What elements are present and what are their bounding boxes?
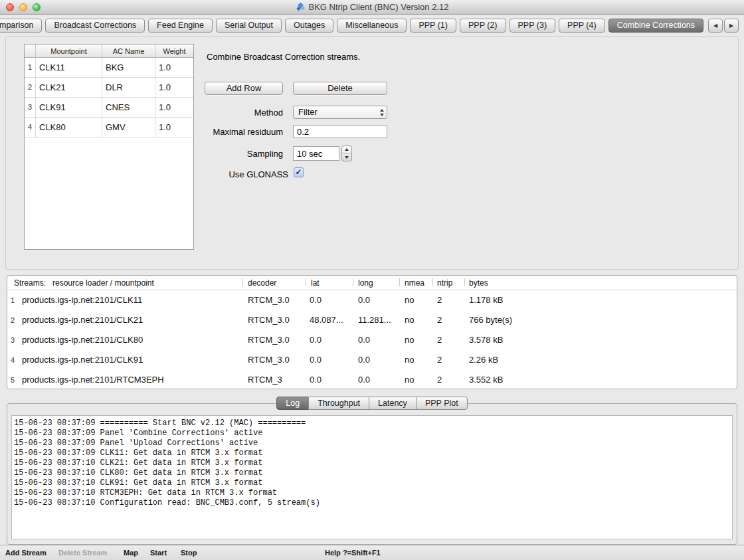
- cell-mountpoint[interactable]: CLK21: [36, 78, 102, 98]
- header-bytes[interactable]: bytes: [469, 278, 488, 288]
- header-decoder[interactable]: decoder: [248, 278, 276, 288]
- tab-scroll-right-icon[interactable]: ▶: [724, 19, 739, 33]
- stream-row[interactable]: 2 products.igs-ip.net:2101/CLK21 RTCM_3.…: [7, 310, 737, 330]
- sampling-stepper[interactable]: [341, 145, 352, 161]
- stream-mountpoint[interactable]: products.igs-ip.net:2101/RTCM3EPH: [22, 370, 164, 389]
- cell-mountpoint[interactable]: CLK80: [36, 118, 102, 138]
- tab-combine-corrections[interactable]: Combine Corrections: [608, 19, 703, 33]
- stream-row[interactable]: 4 products.igs-ip.net:2101/CLK91 RTCM_3.…: [7, 350, 737, 370]
- stream-decoder[interactable]: RTCM_3.0: [248, 310, 290, 330]
- corrections-table[interactable]: Mountpoint AC Name Weight 1 CLK11 BKG 1.…: [24, 44, 194, 250]
- cell-ac-name[interactable]: DLR: [102, 78, 155, 98]
- cell-ac-name[interactable]: CNES: [102, 98, 155, 118]
- stream-ntrip[interactable]: 2: [437, 370, 442, 389]
- tab-comparison[interactable]: mparison: [0, 19, 42, 33]
- cell-mountpoint[interactable]: CLK91: [36, 98, 102, 118]
- stream-decoder[interactable]: RTCM_3.0: [248, 290, 290, 310]
- stream-lat[interactable]: 48.087...: [310, 310, 343, 330]
- spin-up-icon[interactable]: [342, 146, 351, 153]
- start-button[interactable]: Start: [150, 549, 167, 557]
- header-streams-mountpoint[interactable]: Streams: resource loader / mountpoint: [14, 278, 154, 288]
- cell-weight[interactable]: 1.0: [155, 78, 193, 98]
- sampling-input[interactable]: [293, 146, 339, 161]
- stream-row[interactable]: 5 products.igs-ip.net:2101/RTCM3EPH RTCM…: [7, 370, 737, 389]
- cell-ac-name[interactable]: BKG: [102, 58, 155, 78]
- header-divider: [306, 278, 306, 286]
- stream-nmea[interactable]: no: [405, 350, 414, 370]
- stream-lat[interactable]: 0.0: [310, 370, 322, 389]
- header-long[interactable]: long: [358, 278, 373, 288]
- log-line: 15-06-23 08:37:09 Panel 'Combine Correct…: [14, 428, 730, 438]
- add-stream-button[interactable]: Add Stream: [5, 549, 46, 557]
- panel-description: Combine Broadcast Correction streams.: [207, 52, 360, 62]
- stream-lat[interactable]: 0.0: [310, 350, 322, 370]
- close-button[interactable]: [6, 3, 14, 11]
- stream-mountpoint[interactable]: products.igs-ip.net:2101/CLK11: [22, 290, 142, 310]
- stream-nmea[interactable]: no: [405, 290, 414, 310]
- tab-throughput[interactable]: Throughput: [308, 397, 369, 410]
- minimize-button[interactable]: [19, 3, 27, 11]
- zoom-button[interactable]: [33, 3, 41, 11]
- stream-long[interactable]: 11.281...: [358, 310, 391, 330]
- header-divider: [464, 278, 465, 286]
- stream-decoder[interactable]: RTCM_3.0: [248, 330, 290, 350]
- header-nmea[interactable]: nmea: [405, 278, 424, 288]
- tab-scroll-left-icon[interactable]: ◀: [708, 19, 723, 33]
- tab-latency[interactable]: Latency: [369, 397, 417, 410]
- map-button[interactable]: Map: [124, 549, 138, 557]
- header-ntrip[interactable]: ntrip: [437, 278, 452, 288]
- stream-long[interactable]: 0.0: [358, 350, 370, 370]
- streams-table[interactable]: Streams: resource loader / mountpoint de…: [7, 275, 737, 389]
- method-select[interactable]: Filter: [293, 106, 387, 119]
- stream-long[interactable]: 0.0: [358, 290, 370, 310]
- tab-broadcast-corrections[interactable]: Broadcast Corrections: [45, 19, 145, 33]
- stream-ntrip[interactable]: 2: [437, 350, 442, 370]
- maximal-residuum-input[interactable]: [293, 125, 387, 138]
- tab-miscellaneous[interactable]: Miscellaneous: [337, 19, 407, 33]
- stream-lat[interactable]: 0.0: [310, 290, 322, 310]
- method-label: Method: [173, 108, 283, 118]
- col-header-weight[interactable]: Weight: [155, 45, 193, 58]
- app-icon: [296, 2, 306, 12]
- delete-button[interactable]: Delete: [293, 82, 387, 95]
- tab-ppp-2[interactable]: PPP (2): [460, 19, 506, 33]
- tab-serial-output[interactable]: Serial Output: [216, 19, 282, 33]
- col-header-ac-name[interactable]: AC Name: [102, 45, 155, 58]
- tab-ppp-4[interactable]: PPP (4): [559, 19, 605, 33]
- cell-weight[interactable]: 1.0: [155, 58, 193, 78]
- stream-nmea[interactable]: no: [405, 310, 414, 330]
- stream-long[interactable]: 0.0: [358, 370, 370, 389]
- tab-ppp-3[interactable]: PPP (3): [510, 19, 556, 33]
- add-row-button[interactable]: Add Row: [205, 82, 283, 95]
- col-header-mountpoint[interactable]: Mountpoint: [36, 45, 102, 58]
- tab-outages[interactable]: Outages: [285, 19, 333, 33]
- stream-mountpoint[interactable]: products.igs-ip.net:2101/CLK21: [22, 310, 143, 330]
- tab-ppp-plot[interactable]: PPP Plot: [416, 397, 468, 410]
- stream-decoder[interactable]: RTCM_3: [248, 370, 282, 389]
- spin-down-icon[interactable]: [342, 153, 351, 161]
- stop-button[interactable]: Stop: [181, 549, 197, 557]
- stream-lat[interactable]: 0.0: [310, 330, 322, 350]
- stream-nmea[interactable]: no: [405, 330, 414, 350]
- log-tab-bar: Log Throughput Latency PPP Plot: [7, 397, 737, 410]
- use-glonass-checkbox[interactable]: ✓: [294, 167, 304, 177]
- cell-mountpoint[interactable]: CLK11: [36, 58, 102, 78]
- cell-ac-name[interactable]: GMV: [102, 118, 155, 138]
- stream-mountpoint[interactable]: products.igs-ip.net:2101/CLK80: [22, 330, 143, 350]
- stream-decoder[interactable]: RTCM_3.0: [248, 350, 290, 370]
- tab-log[interactable]: Log: [276, 397, 309, 410]
- stream-mountpoint[interactable]: products.igs-ip.net:2101/CLK91: [22, 350, 143, 370]
- stream-long[interactable]: 0.0: [358, 330, 370, 350]
- tab-feed-engine[interactable]: Feed Engine: [148, 19, 213, 33]
- main-tab-bar: mparison Broadcast Corrections Feed Engi…: [0, 19, 744, 33]
- stream-nmea[interactable]: no: [405, 370, 414, 389]
- log-output[interactable]: 15-06-23 08:37:09 ========== Start BNC v…: [11, 415, 733, 539]
- stream-ntrip[interactable]: 2: [437, 310, 442, 330]
- tab-ppp-1[interactable]: PPP (1): [410, 19, 456, 33]
- header-lat[interactable]: lat: [311, 278, 320, 288]
- stream-row[interactable]: 1 products.igs-ip.net:2101/CLK11 RTCM_3.…: [7, 290, 737, 310]
- maximal-residuum-label: Maximal residuum: [173, 127, 283, 137]
- stream-ntrip[interactable]: 2: [437, 290, 442, 310]
- stream-row[interactable]: 3 products.igs-ip.net:2101/CLK80 RTCM_3.…: [7, 330, 737, 350]
- stream-ntrip[interactable]: 2: [437, 330, 442, 350]
